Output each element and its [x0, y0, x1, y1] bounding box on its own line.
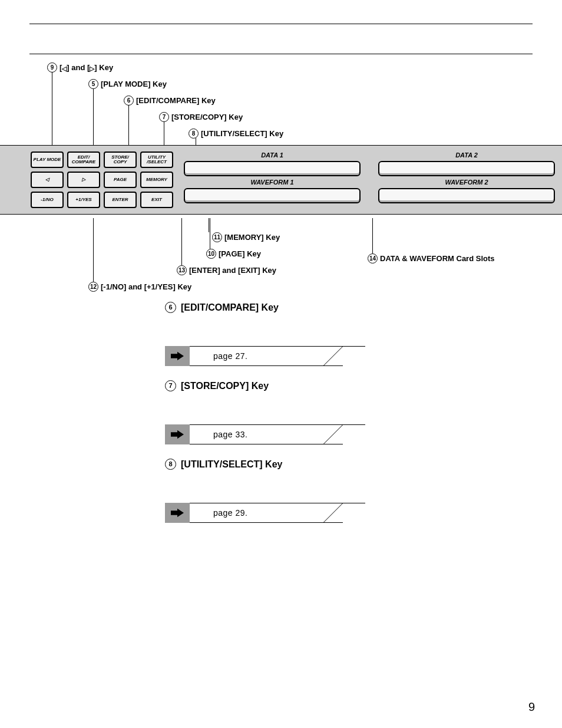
callout-8: 8 [UTILITY/SELECT] Key: [189, 129, 283, 139]
btn-right: ▷: [67, 172, 100, 188]
leader-line: [210, 218, 210, 249]
callout-number: 10: [206, 249, 216, 259]
triangle-right-icon: ▷: [82, 177, 85, 182]
btn-plus-yes: +1/YES: [67, 192, 100, 208]
btn-exit: EXIT: [140, 192, 173, 208]
btn-utility-select: UTILITY /SELECT: [140, 151, 173, 168]
section-heading-6: 6 [EDIT/COMPARE] Key: [165, 302, 530, 313]
section-number: 8: [165, 459, 176, 470]
btn-left: ◁: [31, 172, 64, 188]
btn-play-mode: PLAY MODE: [31, 151, 64, 168]
leader-line: [372, 218, 373, 253]
callout-label: [UTILITY/SELECT] Key: [201, 129, 283, 138]
callout-label: [◁] and [▷] Key: [59, 63, 113, 72]
svg-marker-0: [171, 352, 184, 361]
btn-edit-compare: EDIT/ COMPARE: [67, 151, 100, 168]
slot: [378, 161, 555, 176]
panel-diagram: PLAY MODE EDIT/ COMPARE STORE/ COPY UTIL…: [0, 145, 562, 215]
section-title: [EDIT/COMPARE] Key: [181, 302, 279, 313]
page-number: 9: [528, 700, 535, 714]
slot: [378, 188, 555, 203]
callout-11: 11 [MEMORY] Key: [212, 232, 280, 242]
callout-6: 6 [EDIT/COMPARE] Key: [124, 95, 216, 106]
section-rule: [29, 54, 533, 54]
ref-tail: [343, 503, 365, 523]
callout-7: 7 [STORE/COPY] Key: [159, 112, 243, 122]
callouts-bottom: 11 [MEMORY] Key 10 [PAGE] Key 13 [ENTER]…: [29, 218, 533, 295]
leader-line: [181, 218, 182, 265]
ref-tail: [343, 346, 365, 366]
btn-minus-no: -1/NO: [31, 192, 64, 208]
section-heading-8: 8 [UTILITY/SELECT] Key: [165, 459, 530, 470]
leader-line: [164, 121, 164, 145]
section-title: [STORE/COPY] Key: [181, 381, 269, 391]
slot-col-right: DATA 2 WAVEFORM 2: [378, 151, 555, 203]
slot: [184, 188, 361, 203]
btn-page: PAGE: [104, 172, 137, 188]
btn-store-copy: STORE/ COPY: [104, 151, 137, 168]
slot: [184, 161, 361, 176]
button-grid: PLAY MODE EDIT/ COMPARE STORE/ COPY UTIL…: [31, 151, 173, 208]
top-rule: [29, 24, 533, 24]
callout-number: 9: [47, 62, 57, 73]
leader-line: [128, 105, 129, 145]
callout-label: [PAGE] Key: [219, 249, 261, 258]
ref-arrow-icon: [165, 424, 190, 444]
callout-number: 14: [368, 253, 378, 263]
callout-14: 14 DATA & WAVEFORM Card Slots: [368, 253, 495, 263]
callout-label: [EDIT/COMPARE] Key: [136, 96, 216, 105]
callout-label: DATA & WAVEFORM Card Slots: [380, 254, 495, 263]
svg-marker-2: [171, 509, 184, 518]
callout-number: 13: [177, 265, 187, 275]
slot-label: WAVEFORM 1: [250, 179, 293, 186]
slot-col-left: DATA 1 WAVEFORM 1: [184, 151, 361, 203]
callout-number: 5: [88, 79, 98, 89]
callout-number: 11: [212, 232, 222, 242]
slot-label: DATA 2: [455, 151, 478, 159]
ref-arrow-icon: [165, 346, 190, 366]
ref-text: page 29.: [190, 503, 343, 523]
callout-13: 13 [ENTER] and [EXIT] Key: [177, 265, 276, 275]
slot-label: WAVEFORM 2: [445, 179, 488, 186]
callout-5: 5 [PLAY MODE] Key: [88, 79, 167, 89]
body-sections: 6 [EDIT/COMPARE] Key page 27. 7 [STORE/C…: [165, 302, 530, 523]
ref-text: page 33.: [190, 424, 343, 444]
triangle-left-icon: ◁: [45, 177, 49, 182]
callout-10: 10 [PAGE] Key: [206, 249, 261, 259]
btn-enter: ENTER: [104, 192, 137, 208]
callout-label: [ENTER] and [EXIT] Key: [189, 266, 276, 275]
slot-label: DATA 1: [261, 151, 283, 159]
svg-marker-1: [171, 430, 184, 439]
ref-row: page 27.: [165, 346, 530, 366]
callout-number: 8: [189, 129, 199, 139]
callout-number: 6: [124, 95, 134, 106]
callout-number: 12: [88, 282, 98, 292]
card-slots: DATA 1 WAVEFORM 1 DATA 2 WAVEFORM 2: [184, 151, 555, 203]
callout-label: [MEMORY] Key: [224, 233, 280, 242]
section-number: 7: [165, 380, 176, 391]
ref-arrow-icon: [165, 503, 190, 523]
ref-row: page 29.: [165, 503, 530, 523]
section-number: 6: [165, 302, 176, 313]
callout-12: 12 [-1/NO] and [+1/YES] Key: [88, 282, 191, 292]
callout-9: 9 [◁] and [▷] Key: [47, 62, 113, 73]
callout-label: [-1/NO] and [+1/YES] Key: [101, 282, 191, 291]
section-heading-7: 7 [STORE/COPY] Key: [165, 380, 530, 391]
ref-tail: [343, 424, 365, 444]
leader-line: [93, 218, 94, 282]
callout-label: [PLAY MODE] Key: [101, 80, 167, 88]
leader-line: [209, 218, 209, 232]
callout-number: 7: [159, 112, 169, 122]
section-title: [UTILITY/SELECT] Key: [181, 459, 282, 470]
callouts-top: 9 [◁] and [▷] Key 5 [PLAY MODE] Key 6 [E…: [47, 62, 533, 145]
ref-text: page 27.: [190, 346, 343, 366]
leader-line: [93, 88, 94, 145]
btn-memory: MEMORY: [140, 172, 173, 188]
leader-line: [52, 72, 52, 145]
ref-row: page 33.: [165, 424, 530, 444]
leader-line: [196, 138, 196, 145]
callout-label: [STORE/COPY] Key: [171, 113, 243, 121]
